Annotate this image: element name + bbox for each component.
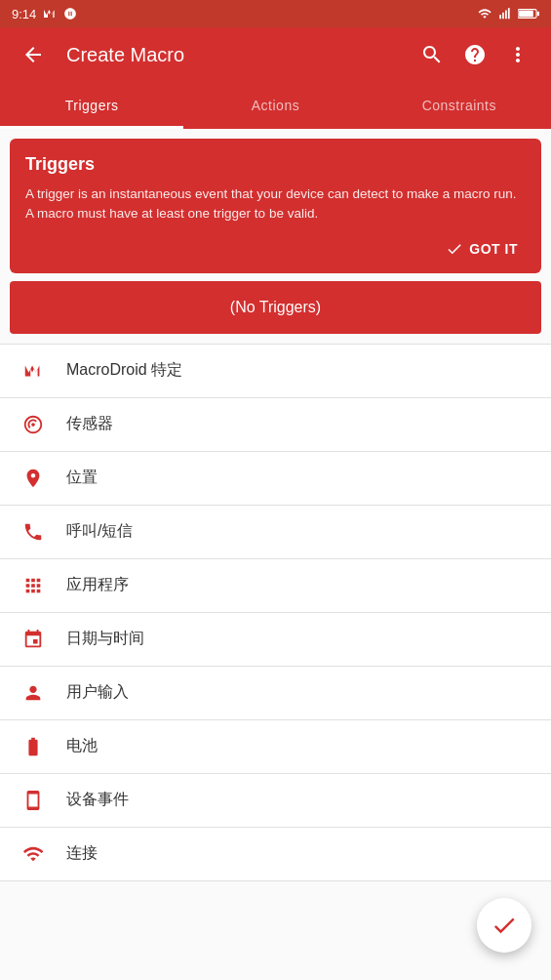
list-item-location[interactable]: 位置 xyxy=(0,452,551,506)
got-it-button[interactable]: GOT IT xyxy=(438,236,526,262)
list-item-sensor[interactable]: 传感器 xyxy=(0,398,551,452)
list-label-app: 应用程序 xyxy=(66,575,129,595)
list-item-connection[interactable]: 连接 xyxy=(0,828,551,881)
call-icon xyxy=(16,521,51,543)
svg-rect-2 xyxy=(505,11,507,20)
card-description: A trigger is an instantaneous event that… xyxy=(25,184,526,225)
user-icon xyxy=(16,682,51,704)
device-icon xyxy=(16,790,51,811)
list-label-location: 位置 xyxy=(66,468,98,488)
time-display: 9:14 xyxy=(12,7,36,21)
signal-status-icon xyxy=(498,7,512,20)
check-icon xyxy=(491,912,518,939)
card-footer: GOT IT xyxy=(25,236,526,262)
list-item-user-input[interactable]: 用户输入 xyxy=(0,667,551,720)
list-item-battery[interactable]: 电池 xyxy=(0,720,551,774)
list-item-call-sms[interactable]: 呼叫/短信 xyxy=(0,506,551,559)
status-bar-left: 9:14 xyxy=(12,6,77,21)
back-button[interactable] xyxy=(16,37,51,72)
search-button[interactable] xyxy=(414,37,450,72)
tabs: Triggers Actions Constraints xyxy=(0,82,551,129)
help-button[interactable] xyxy=(457,37,492,72)
no-triggers-button[interactable]: (No Triggers) xyxy=(10,281,541,334)
wifi-status-icon xyxy=(477,7,492,20)
sensor-icon xyxy=(16,414,51,435)
more-options-button[interactable] xyxy=(500,37,535,72)
list-label-user-input: 用户输入 xyxy=(66,682,129,703)
a-icon xyxy=(63,7,77,20)
trigger-info-card: Triggers A trigger is an instantaneous e… xyxy=(10,139,541,273)
list-label-connection: 连接 xyxy=(66,843,98,864)
tab-actions[interactable]: Actions xyxy=(183,82,367,129)
app-icon xyxy=(16,575,51,596)
svg-rect-6 xyxy=(519,11,533,18)
fab-confirm-button[interactable] xyxy=(477,898,531,953)
list-label-macrodroid: MacroDroid 特定 xyxy=(66,360,182,381)
list-label-datetime: 日期与时间 xyxy=(66,629,144,649)
macrodroid-icon xyxy=(16,360,51,382)
list-item-device-event[interactable]: 设备事件 xyxy=(0,774,551,828)
list-label-sensor: 传感器 xyxy=(66,414,113,434)
app-bar: Create Macro xyxy=(0,27,551,82)
list-item-datetime[interactable]: 日期与时间 xyxy=(0,613,551,667)
battery-list-icon xyxy=(16,736,51,757)
app-title: Create Macro xyxy=(66,44,399,66)
location-icon xyxy=(16,468,51,489)
svg-rect-0 xyxy=(499,15,501,19)
svg-rect-3 xyxy=(508,8,510,19)
tab-constraints[interactable]: Constraints xyxy=(368,82,551,129)
svg-rect-5 xyxy=(537,12,539,16)
list-label-device-event: 设备事件 xyxy=(66,790,129,810)
tab-triggers[interactable]: Triggers xyxy=(0,82,183,129)
battery-status-icon xyxy=(518,8,539,20)
list-label-call-sms: 呼叫/短信 xyxy=(66,521,133,542)
trigger-category-list: MacroDroid 特定 传感器 位置 呼叫/短信 xyxy=(0,344,551,881)
list-label-battery: 电池 xyxy=(66,736,98,756)
status-bar-right xyxy=(477,7,539,20)
datetime-icon xyxy=(16,629,51,650)
m-icon xyxy=(42,6,58,21)
list-item-macrodroid[interactable]: MacroDroid 特定 xyxy=(0,344,551,398)
list-item-app[interactable]: 应用程序 xyxy=(0,559,551,613)
svg-rect-1 xyxy=(502,13,504,19)
connection-icon xyxy=(16,843,51,865)
status-bar: 9:14 xyxy=(0,0,551,27)
app-bar-actions xyxy=(414,37,535,72)
card-title: Triggers xyxy=(25,154,526,175)
